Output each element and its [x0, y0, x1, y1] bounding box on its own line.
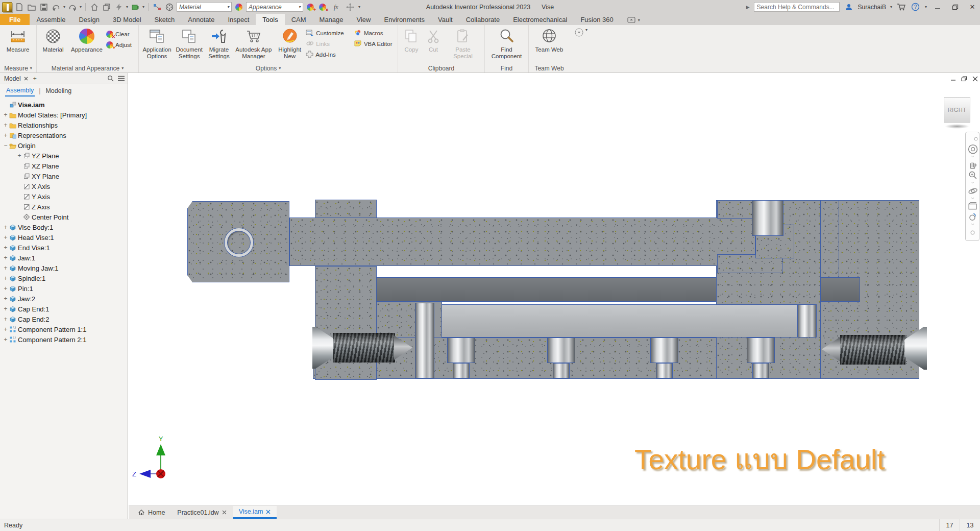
- fx-icon[interactable]: fx: [332, 2, 342, 12]
- ribbon-tab-sketch[interactable]: Sketch: [148, 14, 182, 25]
- chrome-pin[interactable]: [415, 303, 434, 378]
- ribbon-tab-3d-model[interactable]: 3D Model: [106, 14, 148, 25]
- chevron-down-icon[interactable]: ▾: [63, 5, 65, 9]
- tree-item-relationships[interactable]: + Relationships: [0, 120, 128, 130]
- tree-item-x-axis[interactable]: X Axis: [0, 181, 128, 191]
- expander-plus-icon[interactable]: +: [2, 275, 9, 282]
- navbar-close-icon[interactable]: [974, 134, 978, 143]
- battery-icon[interactable]: [130, 2, 140, 12]
- spindle-bar[interactable]: [289, 218, 755, 266]
- appearance-button[interactable]: Appearance: [68, 27, 105, 53]
- close-icon[interactable]: [24, 77, 28, 81]
- expander-plus-icon[interactable]: +: [2, 122, 9, 129]
- application-options-button[interactable]: Application Options: [141, 27, 173, 60]
- minimize-button[interactable]: [931, 2, 944, 13]
- doc-close-icon[interactable]: [972, 75, 978, 84]
- layers-icon[interactable]: [102, 2, 112, 12]
- lightning-icon[interactable]: [114, 2, 124, 12]
- guide-bushing[interactable]: [447, 337, 475, 363]
- add-ins-button[interactable]: Add-Ins: [306, 50, 353, 59]
- guide-bushing-stem[interactable]: [453, 363, 470, 378]
- viewcube[interactable]: RIGHT: [944, 97, 970, 123]
- panel-label-clipboard[interactable]: Clipboard: [398, 64, 484, 73]
- handle-hole[interactable]: [225, 228, 253, 257]
- expander-plus-icon[interactable]: +: [2, 305, 9, 312]
- ribbon-tab-vault[interactable]: Vault: [431, 14, 459, 25]
- head-vise-flange[interactable]: [315, 200, 377, 219]
- measure-button[interactable]: Measure: [2, 27, 34, 53]
- tree-item-head-vise-1[interactable]: + Head Vise:1: [0, 232, 128, 243]
- chevron-down-icon[interactable]: ▾: [585, 28, 587, 32]
- ribbon-tab-inspect[interactable]: Inspect: [221, 14, 256, 25]
- tree-item-end-vise-1[interactable]: + End Vise:1: [0, 243, 128, 253]
- tree-item-y-axis[interactable]: Y Axis: [0, 191, 128, 202]
- highlight-new-button[interactable]: Highlight New: [275, 27, 305, 60]
- inventor-logo-icon[interactable]: [2, 2, 12, 12]
- tree-item-center-point[interactable]: Center Point: [0, 212, 128, 222]
- navbar-customize-icon[interactable]: [970, 228, 975, 237]
- browser-menu-icon[interactable]: [118, 76, 125, 81]
- home-icon[interactable]: [89, 2, 100, 12]
- adjust-button[interactable]: ● Adjust: [106, 40, 132, 50]
- undo-icon[interactable]: [51, 2, 61, 12]
- guide-bushing[interactable]: [547, 337, 575, 363]
- find-component-button[interactable]: Find Component: [487, 27, 526, 60]
- expander-plus-icon[interactable]: +: [2, 132, 9, 139]
- expander-plus-icon[interactable]: +: [2, 316, 9, 323]
- tree-item-vise-iam[interactable]: Vise.iam: [0, 100, 128, 110]
- expander-plus-icon[interactable]: +: [2, 326, 9, 333]
- tree-item-cap-end-1[interactable]: + Cap End:1: [0, 304, 128, 314]
- subtab-modeling[interactable]: Modeling: [44, 86, 72, 96]
- panel-overflow-icon[interactable]: [575, 28, 583, 39]
- open-folder-icon[interactable]: [27, 2, 37, 12]
- chevron-down-icon[interactable]: [966, 196, 978, 201]
- expander-plus-icon[interactable]: +: [2, 234, 9, 241]
- expander-plus-icon[interactable]: +: [2, 264, 9, 272]
- panel-label-options[interactable]: Options▾: [139, 64, 398, 73]
- expander-plus-icon[interactable]: +: [2, 285, 9, 292]
- tree-item-jaw-2[interactable]: + Jaw:2: [0, 294, 128, 304]
- expander-plus-icon[interactable]: +: [2, 224, 9, 231]
- appearance-clear-wheel-icon[interactable]: x: [317, 2, 328, 12]
- tree-item-origin[interactable]: − Origin: [0, 140, 128, 151]
- tree-item-component-pattern-2-1[interactable]: + Component Pattern 2:1: [0, 334, 128, 345]
- document-settings-button[interactable]: Document Settings: [174, 27, 204, 60]
- material-button[interactable]: Material: [39, 27, 67, 53]
- browser-search-icon[interactable]: [107, 75, 114, 82]
- guide-bushing-stem[interactable]: [752, 363, 769, 378]
- guide-bushing-stem[interactable]: [553, 363, 570, 378]
- guide-bushing[interactable]: [747, 337, 775, 363]
- panel-label-material-appearance[interactable]: Material and Appearance▾: [37, 64, 138, 73]
- close-icon[interactable]: [266, 510, 271, 514]
- migrate-settings-button[interactable]: Migrate Settings: [205, 27, 232, 60]
- panel-label-find[interactable]: Find: [485, 64, 528, 73]
- new-browser-tab-button[interactable]: +: [33, 75, 37, 82]
- doc-restore-icon[interactable]: [961, 75, 967, 84]
- look-at-icon[interactable]: [966, 202, 978, 211]
- expander-plus-icon[interactable]: +: [2, 244, 9, 251]
- signed-in-user[interactable]: SurachaiB: [858, 4, 886, 11]
- expander-minus-icon[interactable]: −: [2, 142, 9, 149]
- tree-item-cap-end-2[interactable]: + Cap End:2: [0, 314, 128, 324]
- ribbon-tab-design[interactable]: Design: [72, 14, 106, 25]
- ribbon-tab-view[interactable]: View: [350, 14, 378, 25]
- material-combobox[interactable]: Material ▾: [177, 2, 232, 12]
- panel-label-team-web[interactable]: Team Web: [529, 64, 570, 73]
- close-button[interactable]: ✕: [966, 2, 979, 13]
- vertical-cap-screw[interactable]: [752, 200, 783, 236]
- zoom-icon[interactable]: [966, 170, 978, 179]
- panel-label-measure[interactable]: Measure▾: [0, 64, 36, 73]
- ribbon-tab-tools[interactable]: Tools: [256, 14, 284, 25]
- appearance-combobox[interactable]: Appearance ▾: [246, 2, 303, 12]
- tree-item-spindle-1[interactable]: + Spindle:1: [0, 273, 128, 283]
- ribbon-tab-annotate[interactable]: Annotate: [181, 14, 221, 25]
- jaw-dark-segment[interactable]: [820, 277, 860, 302]
- ribbon-tab-cam[interactable]: CAM: [285, 14, 313, 25]
- ribbon-tab-file[interactable]: File: [0, 14, 30, 25]
- clear-button[interactable]: ✕ Clear: [106, 30, 132, 39]
- ribbon-tab-collaborate[interactable]: Collaborate: [459, 14, 507, 25]
- macros-button[interactable]: Macros: [354, 29, 396, 38]
- chevron-down-icon[interactable]: ▾: [890, 5, 892, 9]
- doc-minimize-icon[interactable]: [950, 75, 956, 84]
- chevron-down-icon[interactable]: ▾: [358, 5, 360, 9]
